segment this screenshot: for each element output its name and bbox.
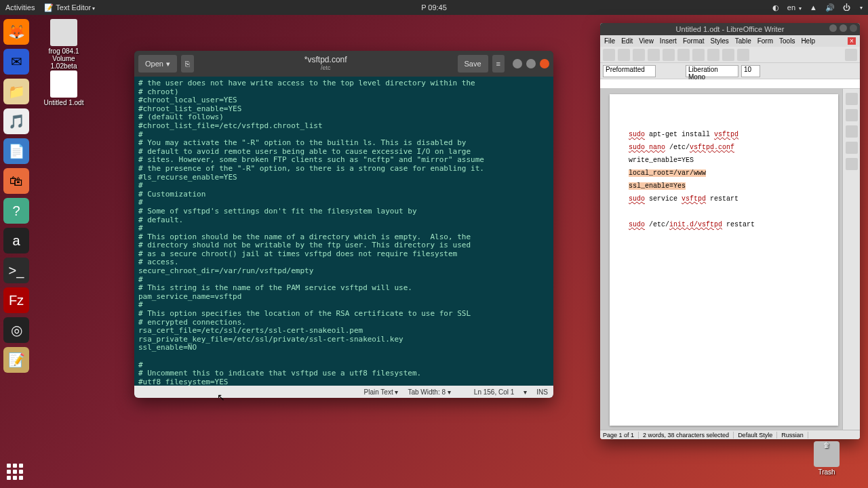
gedit-titlebar: Open▾ ⎘ *vsftpd.conf /etc Save ≡ [134, 51, 553, 77]
app-menu[interactable]: 📝 Text Editor▾ [44, 3, 95, 12]
editor-content[interactable]: # the user does not have write access to… [134, 77, 553, 386]
maximize-button[interactable] [526, 59, 536, 68]
libreoffice-window: Untitled 1.odt - LibreOffice Writer File… [600, 23, 860, 439]
language-indicator[interactable]: en ▾ [787, 3, 802, 12]
lo-minimize-button[interactable] [829, 24, 837, 32]
menu-tools[interactable]: Tools [779, 37, 795, 45]
thunderbird-icon[interactable]: ✉ [3, 49, 29, 75]
filezilla-icon[interactable]: Fz [3, 287, 29, 313]
menu-view[interactable]: View [639, 37, 654, 45]
page-count[interactable]: Page 1 of 1 [603, 432, 639, 439]
menu-table[interactable]: Table [735, 37, 751, 45]
sidebar-page-icon[interactable] [846, 109, 858, 121]
software-icon[interactable]: 🛍 [3, 168, 29, 194]
amazon-icon[interactable]: a [3, 228, 29, 253]
lo-toolbar [600, 47, 860, 63]
top-panel: Activities 📝 Text Editor▾ P 09:45 ◐ en ▾… [0, 0, 868, 15]
close-button[interactable] [540, 59, 549, 68]
gedit-title: *vsftpd.conf /etc [198, 56, 454, 71]
rhythmbox-icon[interactable]: 🎵 [3, 108, 29, 134]
save-icon[interactable] [633, 49, 645, 61]
gedit-icon[interactable]: 📝 [3, 347, 29, 373]
insert-mode[interactable]: INS [536, 388, 548, 396]
power-icon[interactable]: ⏻ [843, 3, 850, 12]
usb-drive-icon[interactable]: frog 084.1 Volume 1.02beta [41, 19, 87, 70]
trash-icon[interactable]: 🗑 Trash [814, 441, 840, 476]
underline-icon[interactable] [790, 66, 801, 77]
volume-icon[interactable]: 🔊 [825, 3, 835, 12]
terminal-icon[interactable]: >_ [3, 258, 29, 283]
document-icon[interactable]: Untitled 1.odt [41, 70, 87, 106]
paste-icon[interactable] [707, 49, 719, 61]
close-doc-button[interactable]: × [848, 37, 856, 45]
menu-form[interactable]: Form [757, 37, 773, 45]
syntax-selector[interactable]: Plain Text ▾ [363, 388, 398, 396]
obs-icon[interactable]: ◎ [3, 317, 29, 343]
sidebar-styles-icon[interactable] [846, 125, 858, 138]
files-icon[interactable]: 📁 [3, 79, 29, 104]
find-icon[interactable] [845, 49, 857, 61]
word-count[interactable]: 2 words, 38 characters selected [643, 432, 734, 439]
writer-icon[interactable]: 📄 [3, 138, 29, 164]
save-button[interactable]: Save [458, 55, 488, 73]
lo-close-button[interactable] [850, 24, 857, 32]
menu-file[interactable]: File [604, 37, 615, 45]
horizontal-ruler[interactable] [600, 79, 860, 89]
print-icon[interactable] [663, 49, 675, 61]
font-size-selector[interactable]: 10 [741, 65, 760, 77]
new-icon[interactable] [603, 49, 615, 61]
language[interactable]: Russian [781, 432, 808, 439]
menu-help[interactable]: Help [801, 37, 815, 45]
lo-sidebar [842, 89, 860, 430]
italic-icon[interactable] [776, 66, 787, 77]
redo-icon[interactable] [737, 49, 749, 61]
dock: 🦊 ✉ 📁 🎵 📄 🛍 ? a >_ Fz ◎ 📝 [0, 15, 33, 488]
lo-menubar: File Edit View Insert Format Styles Tabl… [600, 35, 860, 47]
lo-workspace: sudo apt-get install vsftpd sudo nano /e… [600, 89, 860, 430]
new-tab-button[interactable]: ⎘ [181, 55, 194, 73]
activities-button[interactable]: Activities [5, 3, 35, 12]
app-menu-label: Text Editor [56, 3, 91, 12]
open-icon[interactable] [618, 49, 630, 61]
clock[interactable]: P 09:45 [421, 3, 447, 12]
firefox-icon[interactable]: 🦊 [3, 19, 29, 45]
font-name-selector[interactable]: Liberation Mono [686, 65, 738, 77]
system-menu-arrow[interactable]: ▾ [860, 5, 863, 11]
export-icon[interactable] [648, 49, 660, 61]
menu-edit[interactable]: Edit [621, 37, 633, 45]
sidebar-navigator-icon[interactable] [846, 158, 858, 170]
lo-maximize-button[interactable] [840, 24, 847, 32]
lo-titlebar: Untitled 1.odt - LibreOffice Writer [600, 23, 860, 35]
new-style-icon[interactable] [672, 66, 683, 77]
update-style-icon[interactable] [658, 66, 669, 77]
sidebar-gallery-icon[interactable] [846, 142, 858, 154]
selected-text: ssl_enable=Yes [629, 182, 686, 190]
open-button[interactable]: Open▾ [138, 55, 177, 73]
menu-format[interactable]: Format [683, 37, 705, 45]
ubuntu-icon[interactable]: ◐ [772, 3, 779, 12]
cursor-position[interactable]: Ln 156, Col 1 [474, 388, 515, 396]
document-page[interactable]: sudo apt-get install vsftpd sudo nano /e… [610, 94, 838, 426]
gedit-statusbar: Plain Text ▾ Tab Width: 8 ▾ Ln 156, Col … [134, 386, 553, 398]
help-icon[interactable]: ? [3, 198, 29, 224]
paragraph-style-selector[interactable]: Preformatted [603, 65, 656, 77]
cursor-menu[interactable]: ▾ [524, 388, 527, 396]
selected-text: local_root=/var/www [629, 169, 706, 177]
menu-button[interactable]: ≡ [492, 55, 505, 73]
sidebar-properties-icon[interactable] [846, 93, 858, 105]
bold-icon[interactable] [763, 66, 774, 77]
lo-statusbar: Page 1 of 1 2 words, 38 characters selec… [600, 430, 860, 439]
minimize-button[interactable] [513, 59, 522, 68]
cut-icon[interactable] [677, 49, 690, 61]
page-style[interactable]: Default Style [738, 432, 777, 439]
menu-insert[interactable]: Insert [660, 37, 677, 45]
tabwidth-selector[interactable]: Tab Width: 8 ▾ [408, 388, 450, 396]
copy-icon[interactable] [692, 49, 705, 61]
lo-format-toolbar: Preformatted Liberation Mono 10 [600, 63, 860, 79]
undo-icon[interactable] [722, 49, 734, 61]
gedit-window: Open▾ ⎘ *vsftpd.conf /etc Save ≡ # the u… [134, 51, 553, 398]
network-icon[interactable]: ▲ [810, 3, 817, 12]
menu-styles[interactable]: Styles [711, 37, 729, 45]
